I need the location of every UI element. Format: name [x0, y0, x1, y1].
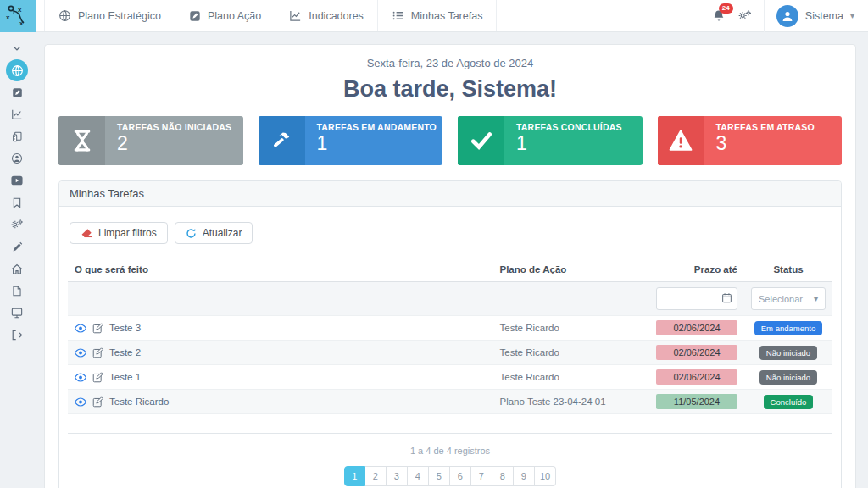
- view-icon[interactable]: [75, 324, 86, 333]
- list-check-icon: [392, 9, 404, 22]
- stat-value: 1: [317, 133, 437, 154]
- refresh-button[interactable]: Atualizar: [175, 222, 253, 244]
- task-title[interactable]: Teste Ricardo: [109, 396, 169, 407]
- task-row: Teste 2 Teste Ricardo 02/06/2024 Não ini…: [68, 341, 832, 365]
- chart-line-icon: [289, 9, 302, 22]
- stat-label: TAREFAS EM ATRASO: [716, 122, 815, 132]
- stats-row: TAREFAS NÃO INICIADAS 2 TAREFAS EM ANDAM…: [45, 116, 855, 165]
- page-button-8[interactable]: 8: [492, 466, 514, 486]
- stat-label: TAREFAS NÃO INICIADAS: [117, 122, 231, 132]
- stat-card-nao-iniciadas[interactable]: TAREFAS NÃO INICIADAS 2: [58, 116, 243, 165]
- sidebar-item-sair[interactable]: [6, 324, 28, 346]
- due-date-badge: 02/06/2024: [656, 345, 737, 360]
- task-title[interactable]: Teste 1: [109, 372, 141, 382]
- stat-label: TAREFAS EM ANDAMENTO: [317, 122, 437, 132]
- menu-label: Plano Estratégico: [78, 10, 161, 22]
- col-header-plan[interactable]: Plano de Ação: [493, 258, 645, 282]
- stat-card-concluidas[interactable]: TAREFAS CONCLUÍDAS 1: [458, 116, 643, 165]
- edit-icon[interactable]: [92, 396, 103, 408]
- sidebar-item-plano-estrategico[interactable]: [6, 59, 28, 81]
- bookmark-icon: [12, 197, 22, 208]
- user-menu[interactable]: Sistema ▾: [764, 0, 854, 32]
- page-button-2[interactable]: 2: [365, 466, 387, 486]
- user-name: Sistema: [805, 10, 843, 22]
- task-plan: Teste Ricardo: [493, 365, 645, 390]
- edit-icon[interactable]: [92, 323, 103, 334]
- avatar: [776, 5, 798, 27]
- sidebar-item-telas[interactable]: [6, 302, 28, 324]
- page-button-6[interactable]: 6: [450, 466, 471, 486]
- page-button-5[interactable]: 5: [429, 466, 450, 486]
- clear-filters-button[interactable]: Limpar filtros: [70, 222, 168, 244]
- sidebar-item-editar[interactable]: [6, 236, 28, 258]
- page-button-3[interactable]: 3: [387, 466, 408, 486]
- due-date-badge: 02/06/2024: [656, 369, 737, 385]
- svg-text:x: x: [6, 14, 10, 21]
- chevron-down-icon: ▾: [814, 294, 818, 303]
- sidebar-item-inicio[interactable]: [6, 258, 28, 280]
- navbar-right: 24 Sistema ▾: [712, 0, 868, 32]
- stat-value: 3: [716, 133, 815, 154]
- notification-badge: 24: [719, 3, 733, 14]
- menu-item-plano-acao[interactable]: Plano Ação: [175, 0, 275, 31]
- edit-icon[interactable]: [92, 347, 103, 358]
- sidebar-item-usuarios[interactable]: [6, 147, 28, 169]
- chevron-down-icon: ▾: [850, 11, 854, 20]
- stat-card-em-atraso[interactable]: TAREFAS EM ATRASO 3: [658, 116, 843, 165]
- globe-icon: [58, 9, 71, 22]
- page-button-9[interactable]: 9: [514, 466, 535, 486]
- task-title[interactable]: Teste 2: [109, 347, 141, 358]
- task-plan: Teste Ricardo: [493, 316, 645, 341]
- hammer-icon: [259, 116, 305, 165]
- sidebar-item-videos[interactable]: [6, 169, 28, 191]
- main-menu: Plano Estratégico Plano Ação Indicadores…: [44, 0, 497, 31]
- sidebar-item-configuracoes[interactable]: [6, 214, 28, 236]
- status-filter-select[interactable]: Selecionar ▾: [751, 287, 826, 310]
- col-header-due[interactable]: Prazo até: [645, 258, 744, 282]
- view-icon[interactable]: [75, 373, 86, 382]
- svg-text:x: x: [18, 6, 22, 14]
- page-button-1[interactable]: 1: [344, 466, 365, 486]
- hourglass-icon: [58, 116, 105, 165]
- status-badge: Em andamento: [754, 321, 822, 336]
- page-button-10[interactable]: 10: [535, 466, 556, 486]
- edit-icon[interactable]: [92, 372, 103, 383]
- due-date-badge: 02/06/2024: [656, 320, 737, 336]
- sidebar-item-organizacao[interactable]: [6, 125, 28, 147]
- chart-line-icon: [11, 108, 23, 120]
- task-title[interactable]: Teste 3: [109, 323, 141, 333]
- file-icon: [12, 286, 22, 297]
- logout-icon: [11, 330, 23, 341]
- building-icon: [12, 131, 23, 142]
- person-icon: [781, 9, 794, 23]
- task-plan: Plano Teste 23-04-24 01: [493, 390, 645, 414]
- stat-label: TAREFAS CONCLUÍDAS: [516, 122, 622, 132]
- stat-card-em-andamento[interactable]: TAREFAS EM ANDAMENTO 1: [259, 116, 443, 165]
- view-icon[interactable]: [75, 348, 86, 358]
- sidebar-item-indicadores[interactable]: [6, 103, 28, 125]
- records-summary: 1 a 4 de 4 registros: [68, 446, 832, 456]
- main-content: Sexta-feira, 23 de Agosto de 2024 Boa ta…: [34, 32, 868, 488]
- filter-row: Selecionar ▾: [68, 282, 832, 316]
- page-button-7[interactable]: 7: [471, 466, 492, 486]
- col-header-task[interactable]: O que será feito: [68, 258, 493, 282]
- menu-item-plano-estrategico[interactable]: Plano Estratégico: [44, 0, 175, 31]
- due-date-filter-input[interactable]: [656, 287, 737, 310]
- menu-item-minhas-tarefas[interactable]: Minhas Tarefas: [378, 0, 498, 31]
- task-plan: Teste Ricardo: [493, 341, 645, 365]
- app-logo[interactable]: xxx: [0, 0, 36, 32]
- sidebar-item-biblioteca[interactable]: [6, 191, 28, 214]
- pencil-square-icon: [12, 87, 23, 98]
- notifications-button[interactable]: 24: [712, 9, 726, 23]
- play-icon: [11, 175, 23, 186]
- menu-label: Indicadores: [309, 10, 364, 22]
- sidebar-item-documentos[interactable]: [6, 280, 28, 302]
- page-button-4[interactable]: 4: [408, 466, 429, 486]
- sidebar-item-plano-acao[interactable]: [6, 81, 28, 103]
- settings-button[interactable]: [737, 9, 752, 22]
- view-icon[interactable]: [75, 397, 86, 407]
- menu-item-indicadores[interactable]: Indicadores: [275, 0, 378, 31]
- stat-value: 1: [516, 133, 622, 154]
- col-header-status[interactable]: Status: [744, 258, 832, 282]
- sidebar-collapse[interactable]: [6, 37, 28, 59]
